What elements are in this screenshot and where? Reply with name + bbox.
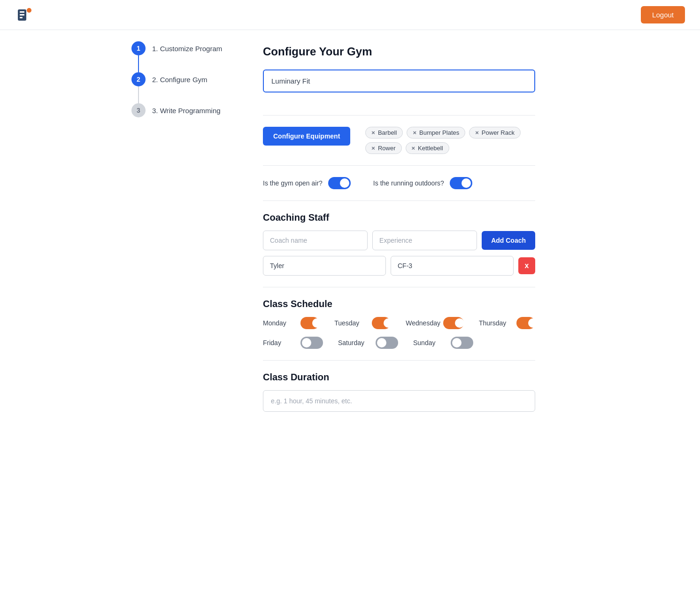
configure-equipment-button[interactable]: Configure Equipment bbox=[263, 127, 350, 146]
schedule-grid: Monday Tuesday Wednesday bbox=[263, 317, 535, 349]
saturday-toggle[interactable] bbox=[376, 337, 398, 349]
thursday-label: Thursday bbox=[479, 319, 512, 327]
class-schedule-section: Class Schedule Monday Tuesday Wedne bbox=[263, 299, 535, 349]
page-title: Configure Your Gym bbox=[263, 45, 535, 58]
gym-name-input[interactable] bbox=[263, 69, 535, 92]
sunday-knob bbox=[452, 338, 462, 347]
monday-group: Monday bbox=[263, 317, 319, 329]
coaching-staff-title: Coaching Staff bbox=[263, 212, 535, 223]
running-outdoors-toggle[interactable] bbox=[450, 177, 472, 189]
wednesday-group: Wednesday bbox=[406, 317, 464, 329]
stepper: 1 1. Customize Program 2 2. Configure Gy… bbox=[131, 38, 222, 117]
coach-entry-row: x bbox=[263, 256, 535, 276]
remove-coach-button[interactable]: x bbox=[518, 257, 535, 274]
thursday-knob bbox=[528, 318, 538, 328]
tuesday-knob bbox=[384, 318, 393, 328]
header: Logout bbox=[0, 0, 700, 30]
divider-4 bbox=[263, 287, 535, 287]
coach-name-entry[interactable] bbox=[263, 256, 386, 276]
saturday-knob bbox=[377, 338, 386, 347]
wednesday-label: Wednesday bbox=[406, 319, 438, 327]
logout-button[interactable]: Logout bbox=[641, 6, 685, 23]
step-3-circle: 3 bbox=[131, 103, 146, 117]
sunday-group: Sunday bbox=[413, 337, 473, 349]
step-1-circle: 1 bbox=[131, 41, 146, 55]
divider-2 bbox=[263, 165, 535, 166]
class-duration-title: Class Duration bbox=[263, 372, 535, 383]
tuesday-toggle[interactable] bbox=[372, 317, 391, 329]
running-outdoors-knob bbox=[462, 178, 471, 188]
wednesday-toggle[interactable] bbox=[443, 317, 464, 329]
sunday-toggle[interactable] bbox=[451, 337, 473, 349]
duration-input[interactable] bbox=[263, 390, 535, 412]
svg-point-4 bbox=[27, 8, 31, 13]
step-3-label: 3. Write Programming bbox=[152, 107, 221, 115]
tag-remove-icon[interactable]: × bbox=[371, 145, 375, 152]
friday-toggle[interactable] bbox=[300, 337, 323, 349]
saturday-label: Saturday bbox=[338, 339, 371, 347]
logo-icon bbox=[15, 6, 34, 24]
divider-3 bbox=[263, 200, 535, 201]
svg-rect-3 bbox=[20, 17, 23, 18]
toggles-row: Is the gym open air? Is the running outd… bbox=[263, 177, 535, 189]
monday-toggle[interactable] bbox=[300, 317, 319, 329]
wednesday-knob bbox=[455, 318, 464, 328]
equipment-tag: ×Power Rack bbox=[469, 127, 521, 139]
open-air-toggle[interactable] bbox=[328, 177, 351, 189]
sunday-label: Sunday bbox=[413, 339, 446, 347]
step-1-label: 1. Customize Program bbox=[152, 45, 222, 53]
step-2-label: 2. Configure Gym bbox=[152, 76, 208, 84]
add-coach-button[interactable]: Add Coach bbox=[482, 231, 535, 250]
form-area: Configure Your Gym Configure Equipment ×… bbox=[263, 30, 535, 412]
divider-1 bbox=[263, 115, 535, 116]
step-2-circle: 2 bbox=[131, 72, 146, 86]
svg-rect-2 bbox=[20, 14, 24, 15]
friday-knob bbox=[302, 338, 311, 347]
divider-5 bbox=[263, 360, 535, 361]
experience-input[interactable] bbox=[372, 231, 477, 250]
step-connector-1 bbox=[138, 55, 139, 72]
tag-remove-icon[interactable]: × bbox=[412, 145, 415, 152]
svg-rect-1 bbox=[20, 11, 24, 13]
equipment-tag: ×Kettlebell bbox=[406, 142, 449, 154]
logo bbox=[15, 6, 34, 24]
open-air-toggle-group: Is the gym open air? bbox=[263, 177, 351, 189]
monday-label: Monday bbox=[263, 319, 296, 327]
tag-remove-icon[interactable]: × bbox=[475, 129, 479, 136]
friday-group: Friday bbox=[263, 337, 323, 349]
open-air-knob bbox=[340, 178, 349, 188]
running-outdoors-toggle-group: Is the running outdoors? bbox=[373, 177, 472, 189]
open-air-label: Is the gym open air? bbox=[263, 179, 323, 187]
schedule-row-1: Monday Tuesday Wednesday bbox=[263, 317, 535, 329]
equipment-tags: ×Barbell×Bumper Plates×Power Rack×Rower×… bbox=[365, 127, 535, 154]
coaching-staff-section: Coaching Staff Add Coach x bbox=[263, 212, 535, 276]
step-connector-2 bbox=[138, 86, 139, 103]
step-1: 1 1. Customize Program bbox=[131, 41, 222, 55]
class-duration-section: Class Duration bbox=[263, 372, 535, 412]
tag-remove-icon[interactable]: × bbox=[371, 129, 375, 136]
equipment-tag: ×Rower bbox=[365, 142, 401, 154]
equipment-section: Configure Equipment ×Barbell×Bumper Plat… bbox=[263, 127, 535, 154]
tuesday-group: Tuesday bbox=[334, 317, 391, 329]
class-schedule-title: Class Schedule bbox=[263, 299, 535, 309]
equipment-tag: ×Barbell bbox=[365, 127, 403, 139]
step-3: 3 3. Write Programming bbox=[131, 103, 222, 117]
running-outdoors-label: Is the running outdoors? bbox=[373, 179, 444, 187]
coach-experience-entry[interactable] bbox=[391, 256, 514, 276]
coach-add-row: Add Coach bbox=[263, 231, 535, 250]
equipment-tag: ×Bumper Plates bbox=[407, 127, 465, 139]
friday-label: Friday bbox=[263, 339, 296, 347]
thursday-toggle[interactable] bbox=[516, 317, 535, 329]
tuesday-label: Tuesday bbox=[334, 319, 367, 327]
monday-knob bbox=[312, 318, 322, 328]
coach-name-input[interactable] bbox=[263, 231, 368, 250]
tag-remove-icon[interactable]: × bbox=[413, 129, 416, 136]
thursday-group: Thursday bbox=[479, 317, 535, 329]
schedule-row-2: Friday Saturday Sunday bbox=[263, 337, 535, 349]
saturday-group: Saturday bbox=[338, 337, 398, 349]
step-2: 2 2. Configure Gym bbox=[131, 72, 222, 86]
